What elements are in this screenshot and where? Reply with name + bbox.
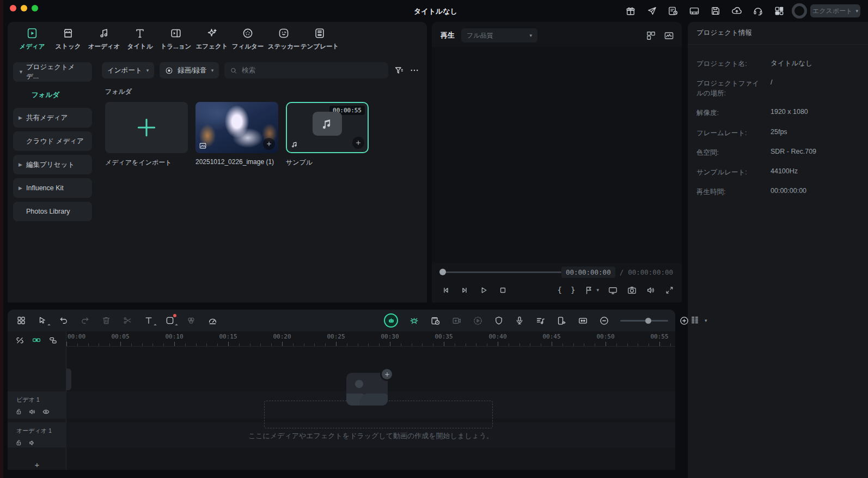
save-icon[interactable] bbox=[708, 4, 723, 18]
tab-stickers[interactable]: ステッカー bbox=[268, 27, 299, 53]
gift-icon[interactable] bbox=[624, 4, 638, 18]
export-clip-icon[interactable] bbox=[451, 316, 462, 326]
media-browser-icon[interactable] bbox=[16, 316, 26, 325]
track-height-icon[interactable] bbox=[689, 315, 700, 326]
next-frame-button[interactable] bbox=[460, 285, 470, 295]
apps-grid-icon[interactable] bbox=[772, 4, 786, 18]
record-icon bbox=[165, 66, 173, 75]
tab-templates[interactable]: テンプレート bbox=[304, 27, 335, 53]
volume-button[interactable] bbox=[646, 285, 656, 295]
mask-tool-icon[interactable] bbox=[165, 316, 175, 325]
info-row-colorspace: 色空間:SDR - Rec.709 bbox=[696, 148, 859, 158]
scopes-icon[interactable] bbox=[664, 31, 674, 41]
collapse-arrow-icon: ▶ bbox=[19, 115, 26, 120]
preview-display-button[interactable] bbox=[608, 285, 618, 295]
headset-support-icon[interactable] bbox=[751, 4, 765, 18]
tab-media[interactable]: メディア bbox=[16, 27, 48, 53]
undo-icon[interactable] bbox=[59, 316, 69, 325]
magnetic-link-icon[interactable] bbox=[32, 335, 41, 345]
track-manager-icon[interactable] bbox=[48, 336, 58, 345]
render-preview-icon[interactable] bbox=[473, 316, 483, 326]
delete-icon[interactable] bbox=[101, 316, 111, 325]
sidebar-item-cloud-media[interactable]: クラウド メディア bbox=[13, 131, 92, 151]
hide-track-icon[interactable] bbox=[42, 408, 50, 416]
add-to-timeline-button[interactable] bbox=[263, 138, 275, 150]
fullscreen-button[interactable] bbox=[665, 286, 674, 295]
sidebar-item-folder[interactable]: フォルダ bbox=[13, 86, 92, 104]
media-item-import[interactable]: メディアをインポート bbox=[105, 102, 188, 167]
add-track-button[interactable]: + bbox=[8, 460, 66, 469]
scene-detection-icon[interactable] bbox=[430, 316, 441, 326]
ruler-label: 00:55 bbox=[650, 333, 668, 340]
display-mode-icon[interactable] bbox=[687, 4, 701, 18]
audio-track-header[interactable]: オーディオ 1 bbox=[8, 422, 66, 447]
split-scissors-icon[interactable] bbox=[123, 316, 132, 325]
stop-button[interactable] bbox=[498, 285, 508, 295]
chevron-down-icon: ▾ bbox=[146, 68, 149, 73]
select-tool-icon[interactable] bbox=[38, 316, 47, 325]
ai-tools-icon[interactable] bbox=[409, 316, 419, 326]
shield-icon[interactable] bbox=[494, 316, 504, 325]
ai-copilot-icon[interactable] bbox=[384, 313, 398, 328]
mark-out-button[interactable]: } bbox=[571, 286, 575, 294]
preview-viewport[interactable] bbox=[432, 47, 682, 263]
tab-titles[interactable]: タイトル bbox=[124, 27, 156, 53]
tab-stock[interactable]: ストック bbox=[52, 27, 84, 53]
media-item-audio-selected[interactable]: 00:00:55 サンプル bbox=[286, 102, 369, 167]
media-item-image[interactable]: 20251012_0226_image (1) bbox=[195, 102, 278, 167]
playback-quality-dropdown[interactable]: フル品質▾ bbox=[461, 28, 537, 43]
device-preview-icon[interactable] bbox=[557, 316, 567, 326]
snapshot-camera-button[interactable] bbox=[627, 285, 637, 295]
export-button[interactable]: エクスポート ▾ bbox=[810, 4, 860, 17]
record-dropdown[interactable]: 録画/録音▾ bbox=[160, 62, 219, 78]
send-feedback-icon[interactable] bbox=[645, 4, 659, 18]
scrubber-track[interactable] bbox=[441, 271, 561, 273]
search-field[interactable] bbox=[224, 62, 388, 78]
fit-timeline-icon[interactable] bbox=[578, 316, 588, 326]
previous-frame-button[interactable] bbox=[441, 285, 451, 295]
cloud-upload-icon[interactable] bbox=[730, 4, 744, 18]
filter-icon[interactable] bbox=[394, 65, 404, 76]
more-options-icon[interactable] bbox=[409, 65, 419, 75]
lock-track-icon[interactable] bbox=[15, 439, 23, 447]
tab-filters[interactable]: フィルター bbox=[232, 27, 264, 53]
import-dropdown[interactable]: インポート▾ bbox=[102, 62, 154, 78]
mute-track-icon[interactable] bbox=[28, 408, 36, 416]
voiceover-mic-icon[interactable] bbox=[515, 316, 524, 325]
sidebar-item-influence-kit[interactable]: ▶Influence Kit bbox=[13, 178, 92, 198]
audio-mixer-icon[interactable] bbox=[535, 316, 546, 326]
search-icon bbox=[230, 66, 237, 75]
timeline-ruler[interactable]: 00:00 00:05 00:10 00:15 00:20 00:25 00:3… bbox=[66, 331, 675, 347]
timeline-zoom-slider[interactable] bbox=[620, 320, 668, 322]
redo-icon[interactable] bbox=[80, 316, 90, 325]
marker-button[interactable]: ▾ bbox=[584, 285, 599, 295]
split-view-icon[interactable] bbox=[646, 31, 656, 41]
video-track-header[interactable]: ビデオ 1 bbox=[8, 391, 66, 419]
chevron-down-icon[interactable]: ▾ bbox=[705, 318, 707, 323]
zoom-in-icon[interactable] bbox=[679, 316, 689, 326]
tab-effects[interactable]: エフェクト bbox=[196, 27, 228, 53]
tab-transitions[interactable]: トラ...ョン bbox=[160, 27, 192, 53]
sidebar-item-project-media[interactable]: ▼プロジェクトメデ... bbox=[13, 62, 92, 82]
text-tool-icon[interactable] bbox=[144, 316, 154, 325]
sidebar-item-shared-media[interactable]: ▶共有メディア bbox=[13, 108, 92, 128]
speed-ai-icon[interactable] bbox=[207, 316, 218, 326]
mute-track-icon[interactable] bbox=[28, 439, 36, 447]
sidebar-item-photos-library[interactable]: Photos Library bbox=[13, 202, 92, 221]
search-input[interactable] bbox=[242, 66, 383, 74]
blend-tool-icon[interactable] bbox=[186, 316, 196, 325]
lock-track-icon[interactable] bbox=[15, 408, 23, 416]
tab-audio[interactable]: オーディオ bbox=[88, 27, 120, 53]
account-avatar[interactable] bbox=[792, 3, 807, 19]
task-list-icon[interactable] bbox=[666, 4, 680, 18]
play-button[interactable] bbox=[479, 285, 489, 295]
unlink-clips-icon[interactable] bbox=[15, 336, 25, 345]
mark-in-button[interactable]: { bbox=[558, 286, 562, 294]
add-to-timeline-button[interactable] bbox=[352, 137, 364, 149]
zoom-out-icon[interactable] bbox=[599, 316, 609, 326]
header-resize-handle[interactable] bbox=[66, 368, 71, 390]
sidebar-item-edit-presets[interactable]: ▶編集プリセット bbox=[13, 155, 92, 174]
zoom-slider-handle[interactable] bbox=[645, 318, 651, 324]
scrubber-handle[interactable] bbox=[439, 269, 446, 275]
ruler-label: 00:15 bbox=[219, 333, 237, 340]
